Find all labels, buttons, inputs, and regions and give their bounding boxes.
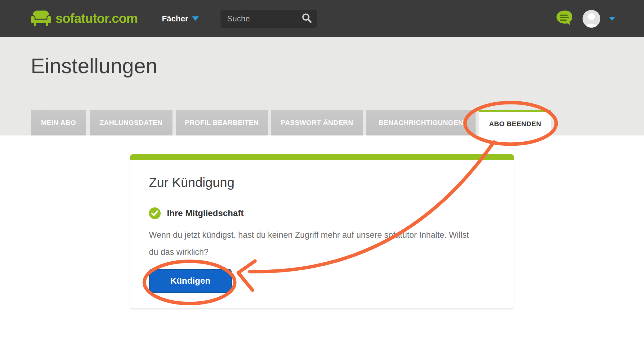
cancel-subscription-button[interactable]: Kündigen bbox=[149, 269, 232, 293]
nav-item-subjects[interactable]: Fächer bbox=[162, 14, 199, 24]
page-title: Einstellungen bbox=[31, 53, 644, 79]
membership-heading: Ihre Mitgliedschaft bbox=[167, 208, 244, 218]
top-navbar: sofatutor.com Fächer bbox=[0, 0, 644, 37]
card-title: Zur Kündigung bbox=[149, 175, 495, 190]
settings-header: Einstellungen MEIN ABO ZAHLUNGSDATEN PRO… bbox=[0, 37, 644, 135]
chevron-down-icon bbox=[192, 16, 199, 21]
logo-text: sofatutor.com bbox=[56, 11, 138, 26]
subjects-label: Fächer bbox=[162, 14, 188, 24]
chat-bubble-icon[interactable] bbox=[556, 10, 574, 27]
tab-mein-abo[interactable]: MEIN ABO bbox=[31, 110, 86, 135]
card-body: Zur Kündigung Ihre Mitgliedschaft Wenn d… bbox=[130, 160, 514, 309]
avatar[interactable] bbox=[583, 10, 600, 28]
tab-benachrichtigungen[interactable]: BENACHRICHTIGUNGEN bbox=[366, 110, 476, 135]
tab-profil-bearbeiten[interactable]: PROFIL BEARBEITEN bbox=[176, 110, 268, 135]
membership-status-row: Ihre Mitgliedschaft bbox=[149, 207, 495, 219]
navbar-right bbox=[556, 10, 615, 28]
search-icon[interactable] bbox=[301, 12, 312, 25]
content-area: Zur Kündigung Ihre Mitgliedschaft Wenn d… bbox=[0, 154, 644, 309]
account-chevron-down-icon[interactable] bbox=[609, 17, 615, 21]
sofa-logo-icon bbox=[31, 9, 51, 28]
check-circle-icon bbox=[149, 207, 161, 219]
card-accent-bar bbox=[130, 154, 514, 160]
search-input[interactable] bbox=[226, 14, 301, 24]
search-box[interactable] bbox=[221, 10, 317, 28]
tab-zahlungsdaten[interactable]: ZAHLUNGSDATEN bbox=[90, 110, 172, 135]
tab-abo-beenden[interactable]: ABO BEENDEN bbox=[479, 110, 551, 135]
cancellation-card: Zur Kündigung Ihre Mitgliedschaft Wenn d… bbox=[130, 154, 514, 309]
logo[interactable]: sofatutor.com bbox=[31, 9, 138, 28]
cancellation-warning-text: Wenn du jetzt kündigst. hast du keinen Z… bbox=[149, 227, 478, 261]
settings-tabs: MEIN ABO ZAHLUNGSDATEN PROFIL BEARBEITEN… bbox=[31, 110, 644, 135]
tab-passwort-aendern[interactable]: PASSWORT ÄNDERN bbox=[271, 110, 363, 135]
